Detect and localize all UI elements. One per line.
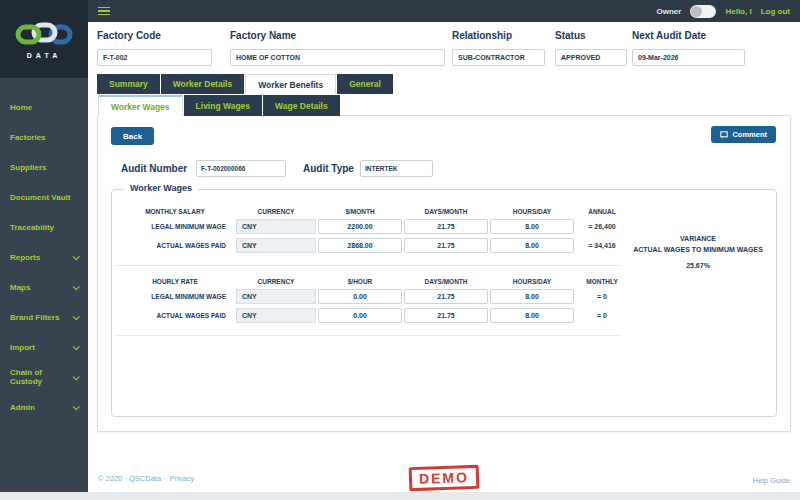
sidebar-item-factories[interactable]: Factories xyxy=(0,122,88,152)
status-input[interactable] xyxy=(555,49,627,66)
audit-type-input[interactable] xyxy=(360,160,433,177)
sidebar-nav: Home Factories Suppliers Document Vault … xyxy=(0,78,88,422)
logo-chain-icon xyxy=(15,19,73,49)
chevron-down-icon xyxy=(73,283,80,290)
sidebar-item-import[interactable]: Import xyxy=(0,332,88,362)
column-header: DAYS/MONTH xyxy=(404,278,488,285)
sidebar-item-label: Import xyxy=(10,343,35,352)
comment-button-label: Comment xyxy=(732,130,767,139)
chevron-down-icon xyxy=(73,253,80,260)
column-header: $/HOUR xyxy=(318,278,402,285)
fieldset-legend: Worker Wages xyxy=(124,183,198,193)
sidebar-item-maps[interactable]: Maps xyxy=(0,272,88,302)
column-header: CURRENCY xyxy=(236,278,316,285)
sidebar-item-reports[interactable]: Reports xyxy=(0,242,88,272)
help-guide-link[interactable]: Help Guide xyxy=(752,476,790,485)
tab-worker-details[interactable]: Worker Details xyxy=(161,74,244,94)
hourly-rate-table: HOURLY RATE CURRENCY $/HOUR DAYS/MONTH H… xyxy=(116,278,620,336)
actual-wages-hours-input[interactable] xyxy=(490,238,574,253)
back-button[interactable]: Back xyxy=(111,127,154,145)
tab-wage-details[interactable]: Wage Details xyxy=(263,95,340,116)
tab-living-wages[interactable]: Living Wages xyxy=(184,95,262,116)
footer: © 2020 · QSCData · Privacy DEMO Help Gui… xyxy=(88,466,800,490)
tab-worker-benefits[interactable]: Worker Benefits xyxy=(245,74,336,94)
row-label-legal-minimum: LEGAL MINIMUM WAGE xyxy=(116,223,234,230)
comment-button[interactable]: Comment xyxy=(711,126,776,143)
sidebar-item-brand-filters[interactable]: Brand Filters xyxy=(0,302,88,332)
factory-name-field: Factory Name xyxy=(230,30,445,66)
variance-subtitle: ACTUAL WAGES TO MINIMUM WAGES xyxy=(620,245,776,256)
column-header: HOURLY RATE xyxy=(116,278,234,285)
audit-number-input[interactable] xyxy=(196,160,286,177)
actual-wages-month-amount-input[interactable] xyxy=(318,238,402,253)
audit-number-label: Audit Number xyxy=(121,163,187,174)
row-label-actual-wages: ACTUAL WAGES PAID xyxy=(116,312,234,319)
main-content: Factory Code Factory Name Relationship S… xyxy=(88,22,800,492)
logo-block[interactable]: DATA xyxy=(0,0,88,78)
user-greeting: Hello, I xyxy=(725,7,751,16)
sidebar-item-label: Suppliers xyxy=(10,163,46,172)
legal-minimum-hours-input[interactable] xyxy=(490,219,574,234)
actual-wages-days-input[interactable] xyxy=(404,238,488,253)
tab-general[interactable]: General xyxy=(337,74,393,94)
audit-type-label: Audit Type xyxy=(303,163,354,174)
owner-toggle[interactable] xyxy=(690,5,716,18)
next-audit-date-field: Next Audit Date xyxy=(632,30,745,66)
variance-summary: VARIANCE ACTUAL WAGES TO MINIMUM WAGES 2… xyxy=(620,190,776,416)
relationship-label: Relationship xyxy=(452,30,545,41)
sub-tabs: Worker Wages Living Wages Wage Details xyxy=(98,95,340,116)
factory-name-label: Factory Name xyxy=(230,30,445,41)
copyright-text: © 2020 · QSCData · xyxy=(98,474,166,483)
row-label-legal-minimum: LEGAL MINIMUM WAGE xyxy=(116,293,234,300)
worker-wages-fieldset: Worker Wages MONTHLY SALARY CURRENCY $/M… xyxy=(111,189,777,417)
logout-link[interactable]: Log out xyxy=(761,7,790,16)
legal-minimum-days-input[interactable] xyxy=(404,219,488,234)
hamburger-menu-icon[interactable] xyxy=(98,7,110,16)
actual-wages-days-input[interactable] xyxy=(404,308,488,323)
tab-worker-wages[interactable]: Worker Wages xyxy=(98,95,183,116)
sidebar-item-label: Factories xyxy=(10,133,46,142)
sidebar-item-suppliers[interactable]: Suppliers xyxy=(0,152,88,182)
sidebar-item-label: Traceability xyxy=(10,223,54,232)
legal-minimum-hour-amount-input[interactable] xyxy=(318,289,402,304)
status-label: Status xyxy=(555,30,627,41)
sidebar: DATA Home Factories Suppliers Document V… xyxy=(0,0,88,492)
legal-minimum-month-amount-input[interactable] xyxy=(318,219,402,234)
sidebar-item-label: Document Vault xyxy=(10,193,70,202)
factory-code-field: Factory Code xyxy=(97,30,212,66)
tab-summary[interactable]: Summary xyxy=(97,74,160,94)
column-header: HOURS/DAY xyxy=(490,278,574,285)
actual-wages-hours-input[interactable] xyxy=(490,308,574,323)
relationship-field: Relationship xyxy=(452,30,545,66)
chevron-down-icon xyxy=(73,313,80,320)
actual-wages-hour-amount-input[interactable] xyxy=(318,308,402,323)
sidebar-item-label: Maps xyxy=(10,283,30,292)
main-tabs: Summary Worker Details Worker Benefits G… xyxy=(97,74,393,94)
privacy-link[interactable]: Privacy xyxy=(170,474,195,483)
sidebar-item-traceability[interactable]: Traceability xyxy=(0,212,88,242)
sidebar-item-chain-of-custody[interactable]: Chain of Custody xyxy=(0,362,88,392)
comment-icon xyxy=(720,131,728,139)
sidebar-item-home[interactable]: Home xyxy=(0,92,88,122)
sidebar-item-label: Home xyxy=(10,103,32,112)
row-label-actual-wages: ACTUAL WAGES PAID xyxy=(116,242,234,249)
column-header: DAYS/MONTH xyxy=(404,208,488,215)
chevron-down-icon xyxy=(73,343,80,350)
currency-cell: CNY xyxy=(236,289,316,304)
bottom-strip xyxy=(0,492,800,500)
wage-tables: MONTHLY SALARY CURRENCY $/MONTH DAYS/MON… xyxy=(112,190,620,416)
sidebar-item-document-vault[interactable]: Document Vault xyxy=(0,182,88,212)
legal-minimum-days-input[interactable] xyxy=(404,289,488,304)
factory-code-input[interactable] xyxy=(97,49,212,66)
factory-name-input[interactable] xyxy=(230,49,445,66)
currency-cell: CNY xyxy=(236,308,316,323)
chevron-down-icon xyxy=(73,403,80,410)
topbar: Owner Hello, I Log out xyxy=(88,0,800,22)
relationship-input[interactable] xyxy=(452,49,545,66)
next-audit-date-input[interactable] xyxy=(632,49,745,66)
sidebar-item-admin[interactable]: Admin xyxy=(0,392,88,422)
legal-minimum-hours-input[interactable] xyxy=(490,289,574,304)
factory-code-label: Factory Code xyxy=(97,30,212,41)
sidebar-item-label: Brand Filters xyxy=(10,313,59,322)
toggle-knob-icon xyxy=(691,6,702,17)
